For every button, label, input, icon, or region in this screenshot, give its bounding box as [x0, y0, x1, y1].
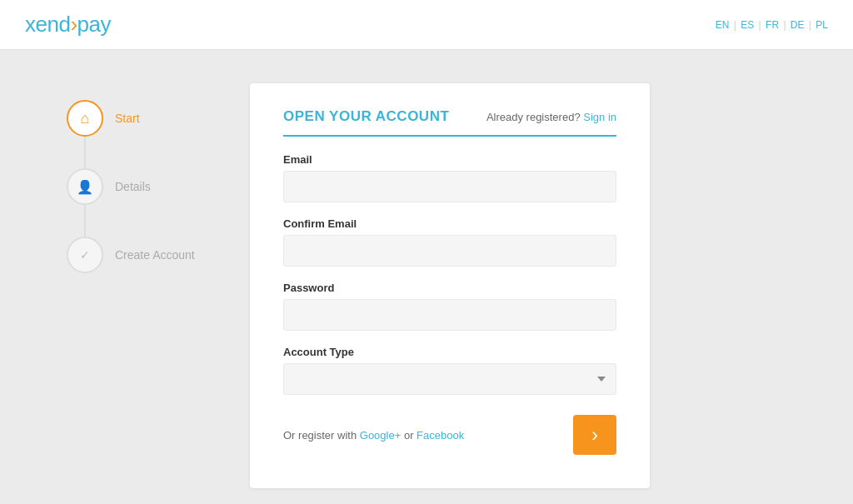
steps-sidebar: ⌂ Start 👤 Details ✓ Create Account — [50, 83, 200, 273]
step-start-label: Start — [115, 112, 140, 125]
password-label: Password — [283, 282, 616, 294]
google-plus-link[interactable]: Google+ — [360, 429, 402, 442]
account-type-label: Account Type — [283, 346, 616, 358]
step-start-circle: ⌂ — [67, 100, 103, 137]
step-start: ⌂ Start — [67, 100, 140, 137]
lang-fr[interactable]: FR — [766, 19, 779, 31]
password-group: Password — [283, 282, 616, 331]
lang-de[interactable]: DE — [791, 19, 805, 31]
step-create: ✓ Create Account — [67, 237, 195, 273]
submit-button[interactable]: › — [573, 415, 616, 455]
confirm-email-group: Confirm Email — [283, 217, 616, 267]
confirm-email-label: Confirm Email — [283, 217, 616, 230]
email-input[interactable] — [283, 171, 616, 202]
checkmark-icon: ✓ — [80, 248, 90, 262]
form-signin-text: Already registered? Sign in — [486, 111, 616, 123]
sign-in-link[interactable]: Sign in — [583, 111, 616, 123]
logo-pay: pay — [77, 12, 111, 37]
logo-text: xend — [25, 12, 70, 37]
email-group: Email — [283, 153, 616, 202]
lang-pl[interactable]: PL — [816, 19, 828, 31]
account-type-select[interactable]: Personal Business — [283, 363, 616, 395]
step-connector-2 — [84, 205, 86, 237]
step-create-circle: ✓ — [67, 237, 103, 273]
lang-en[interactable]: EN — [716, 19, 730, 31]
registration-form-card: OPEN YOUR ACCOUNT Already registered? Si… — [250, 83, 650, 488]
step-connector-1 — [84, 137, 86, 168]
email-label: Email — [283, 153, 616, 166]
submit-arrow-icon: › — [591, 423, 598, 447]
logo-arrow: › — [70, 12, 77, 37]
language-nav: EN | ES | FR | DE | PL — [716, 19, 828, 31]
step-details-circle: 👤 — [67, 168, 103, 205]
account-type-group: Account Type Personal Business — [283, 346, 616, 395]
register-text: Or register with Google+ or Facebook — [283, 429, 464, 442]
step-create-label: Create Account — [115, 248, 195, 262]
confirm-email-input[interactable] — [283, 235, 616, 267]
home-icon: ⌂ — [81, 110, 90, 127]
step-details: 👤 Details — [67, 168, 151, 205]
form-footer: Or register with Google+ or Facebook › — [283, 415, 616, 455]
password-input[interactable] — [283, 299, 616, 331]
person-icon: 👤 — [77, 179, 93, 195]
main-content: ⌂ Start 👤 Details ✓ Create Account OPEN … — [0, 50, 853, 504]
header: xend›pay EN | ES | FR | DE | PL — [0, 0, 853, 50]
step-details-label: Details — [115, 180, 151, 193]
lang-es[interactable]: ES — [741, 19, 754, 31]
form-header: OPEN YOUR ACCOUNT Already registered? Si… — [283, 108, 616, 137]
form-title: OPEN YOUR ACCOUNT — [283, 108, 449, 125]
facebook-link[interactable]: Facebook — [417, 429, 464, 442]
logo: xend›pay — [25, 12, 111, 37]
